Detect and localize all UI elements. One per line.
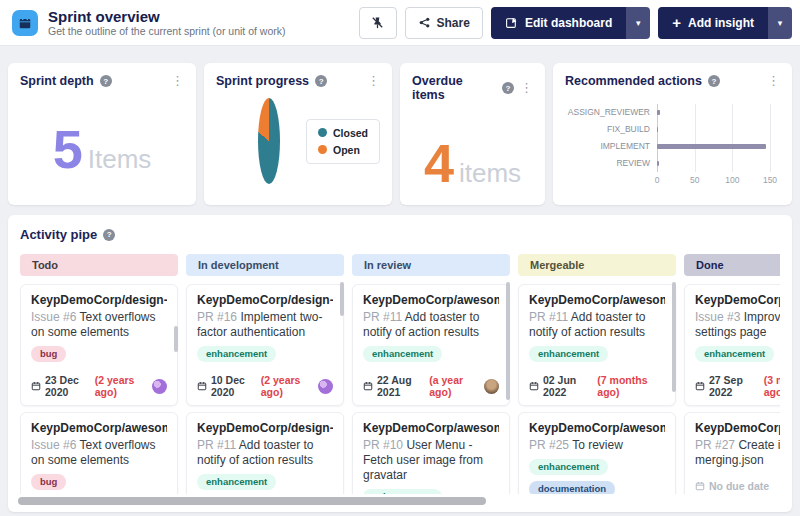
sprint-depth-unit: Items (88, 144, 152, 175)
vertical-scrollbar[interactable] (672, 282, 676, 392)
card-relative-time: (3 months ago) (764, 374, 780, 398)
label-pill-enhancement: enhancement (695, 346, 774, 362)
help-icon[interactable]: ? (103, 229, 115, 241)
card-item-title: To review (572, 438, 623, 452)
card-repo-name: KeypDemoCorp/awesome-de… (31, 421, 167, 436)
bar-assign_reviewer (657, 110, 660, 115)
gridline (770, 104, 771, 172)
kanban-card[interactable]: KeypDemoCorp/awesome-de… PR #11 Add toas… (352, 284, 510, 406)
card-labels: bug (31, 474, 167, 490)
kanban-card[interactable]: KeypDemoCorp/design-demo PR #11 Add toas… (186, 412, 344, 494)
edit-pencil-icon (505, 16, 518, 29)
kebab-menu-icon[interactable]: ⋮ (767, 76, 780, 86)
kanban-board: Todo KeypDemoCorp/design-demo Issue #6 T… (20, 254, 780, 494)
card-title: Sprint depth (20, 74, 94, 88)
overdue-items-card: Overdue items ? ⋮ 4 items (400, 63, 545, 205)
open-series-dot (318, 145, 327, 154)
card-title: Sprint progress (216, 74, 309, 88)
calendar-icon (31, 381, 41, 391)
card-issue-ref: PR #11 (197, 438, 236, 452)
kebab-menu-icon[interactable]: ⋮ (367, 76, 380, 86)
sprint-depth-value: 5 (53, 122, 83, 176)
kanban-card[interactable]: KeypDemoCorp/design-demo PR #16 Implemen… (186, 284, 344, 406)
card-relative-time: (7 months ago) (597, 374, 661, 398)
card-repo-name: KeypDemoCorp/design-demo (31, 293, 167, 308)
vertical-scrollbar[interactable] (506, 282, 510, 400)
kanban-column: Todo KeypDemoCorp/design-demo Issue #6 T… (20, 254, 178, 494)
label-pill-enhancement: enhancement (363, 489, 442, 494)
kanban-card[interactable]: KeypDemoCorp/awesome-ap… PR #25 To revie… (518, 412, 676, 494)
chevron-down-icon: ▾ (636, 18, 641, 28)
help-icon[interactable]: ? (315, 75, 327, 87)
gridline (695, 104, 696, 172)
legend-item-open[interactable]: Open (318, 144, 368, 156)
plus-icon: + (672, 14, 681, 31)
card-due-date: 02 Jun 2022 (543, 374, 593, 398)
share-button[interactable]: Share (405, 7, 483, 39)
card-issue-ref: PR #27 (695, 438, 735, 452)
help-icon[interactable]: ? (502, 82, 514, 94)
calendar-icon (695, 481, 705, 491)
pin-off-icon (370, 15, 385, 30)
card-title: Overdue items (412, 74, 496, 102)
overdue-items-unit: items (459, 158, 521, 189)
edit-dashboard-button[interactable]: Edit dashboard (491, 7, 626, 39)
card-repo-name: KeypDemoCorp/awesome-de… (363, 421, 499, 436)
share-icon (418, 16, 431, 29)
stats-row: Sprint depth ? ⋮ 5 Items Sprint progress… (0, 46, 800, 205)
card-repo-name: KeypDemoCorp/awesome-ap… (695, 293, 780, 308)
add-insight-caret-button[interactable]: ▾ (768, 7, 792, 39)
y-axis-category-label: IMPLEMENT (565, 138, 657, 155)
overdue-items-value: 4 (424, 136, 454, 190)
kebab-menu-icon[interactable]: ⋮ (520, 83, 533, 93)
card-repo-name: KeypDemoCorp/awesome-ap… (529, 421, 665, 436)
kanban-card[interactable]: KeypDemoCorp/awesome-ap… PR #27 Create i… (684, 412, 780, 494)
card-labels: enhancement (197, 346, 333, 362)
card-repo-name: KeypDemoCorp/awesome-de… (363, 293, 499, 308)
card-labels: bug (31, 346, 167, 362)
label-pill-enhancement: enhancement (197, 346, 276, 362)
card-due-date: 27 Sep 2022 (709, 374, 760, 398)
card-repo-name: KeypDemoCorp/awesome-ap… (695, 421, 780, 436)
vertical-scrollbar[interactable] (174, 326, 178, 352)
kanban-card[interactable]: KeypDemoCorp/design-demo Issue #6 Text o… (20, 284, 178, 406)
card-issue-ref: Issue #6 (31, 310, 76, 324)
calendar-icon (695, 381, 705, 391)
label-pill-documentation: documentation (529, 481, 615, 494)
kanban-column-header-done: Done (684, 254, 780, 276)
assignee-avatar (318, 379, 333, 394)
kanban-card[interactable]: KeypDemoCorp/awesome-ap… Issue #3 Improv… (684, 284, 780, 406)
activity-pipe-title: Activity pipe (20, 227, 97, 242)
page-subtitle: Get the outline of the current sprint (o… (48, 25, 359, 38)
help-icon[interactable]: ? (100, 75, 112, 87)
edit-dashboard-caret-button[interactable]: ▾ (626, 7, 650, 39)
kanban-card[interactable]: KeypDemoCorp/awesome-de… Issue #6 Text o… (20, 412, 178, 494)
kanban-column: Done KeypDemoCorp/awesome-ap… Issue #3 I… (684, 254, 780, 494)
horizontal-scrollbar[interactable] (18, 497, 486, 505)
add-insight-button[interactable]: + Add insight (658, 7, 768, 39)
kebab-menu-icon[interactable]: ⋮ (171, 76, 184, 86)
kanban-column: In review KeypDemoCorp/awesome-de… PR #1… (352, 254, 510, 494)
chevron-down-icon: ▾ (778, 18, 783, 28)
card-due-date: 10 Dec 2020 (211, 374, 257, 398)
assignee-avatar (152, 379, 167, 394)
legend-item-closed[interactable]: Closed (318, 127, 368, 139)
label-pill-enhancement: enhancement (197, 474, 276, 490)
card-issue-ref: PR #10 (363, 438, 403, 452)
vertical-scrollbar[interactable] (340, 282, 344, 316)
x-axis-tick-label: 100 (725, 175, 739, 185)
card-labels: enhancement (529, 346, 665, 362)
label-pill-enhancement: enhancement (529, 346, 608, 362)
sprint-progress-pie (258, 98, 280, 184)
kanban-card[interactable]: KeypDemoCorp/awesome-de… PR #10 User Men… (352, 412, 510, 494)
x-axis-tick-label: 50 (690, 175, 699, 185)
label-pill-enhancement: enhancement (529, 459, 608, 475)
calendar-icon (363, 381, 373, 391)
card-issue-ref: PR #11 (529, 310, 568, 324)
label-pill-bug: bug (31, 474, 66, 490)
kanban-card[interactable]: KeypDemoCorp/awesome-ap… PR #11 Add toas… (518, 284, 676, 406)
help-icon[interactable]: ? (708, 75, 720, 87)
kanban-column-header-todo: Todo (20, 254, 178, 276)
unpin-button[interactable] (359, 7, 397, 39)
card-labels: enhancementdocumentation (529, 459, 665, 494)
